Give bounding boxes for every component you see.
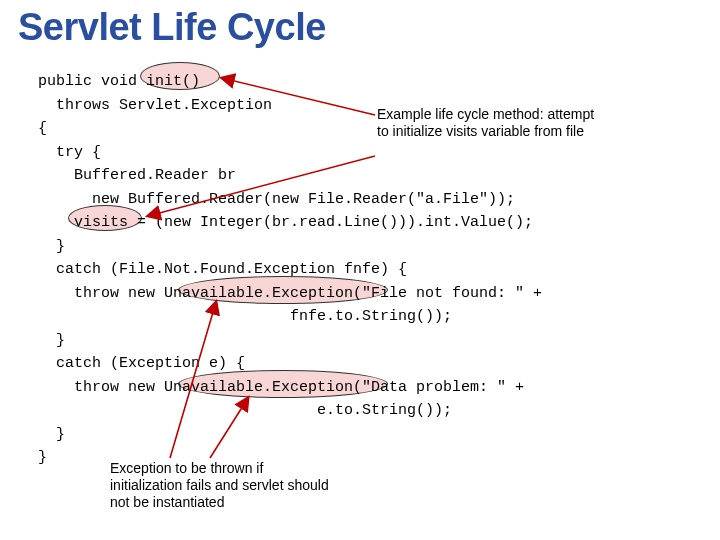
code-line: { (38, 120, 47, 137)
code-line: public void init() (38, 73, 200, 90)
annotation-top: Example life cycle method: attempt to in… (377, 106, 607, 140)
code-line: throw new Unavailable.Exception("Data pr… (38, 379, 524, 396)
code-line: catch (File.Not.Found.Exception fnfe) { (38, 261, 407, 278)
code-line: } (38, 449, 47, 466)
code-line: } (38, 238, 65, 255)
code-line: try { (38, 144, 101, 161)
annotation-bottom: Exception to be thrown if initialization… (110, 460, 330, 511)
page-title: Servlet Life Cycle (18, 6, 326, 49)
code-line: Buffered.Reader br (38, 167, 236, 184)
code-line: throws Servlet.Exception (38, 97, 272, 114)
code-line: new Buffered.Reader(new File.Reader("a.F… (38, 191, 515, 208)
code-line: } (38, 426, 65, 443)
code-line: visits = (new Integer(br.read.Line())).i… (38, 214, 533, 231)
code-line: fnfe.to.String()); (38, 308, 452, 325)
code-line: catch (Exception e) { (38, 355, 245, 372)
code-line: } (38, 332, 65, 349)
code-line: throw new Unavailable.Exception("File no… (38, 285, 542, 302)
code-line: e.to.String()); (38, 402, 452, 419)
